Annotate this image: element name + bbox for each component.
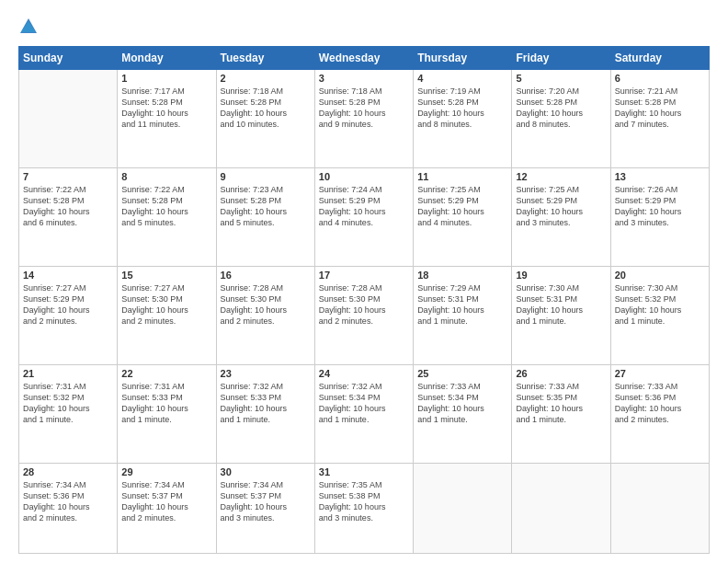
day-info: Sunrise: 7:21 AM Sunset: 5:28 PM Dayligh… [615, 86, 705, 131]
day-cell: 30Sunrise: 7:34 AM Sunset: 5:37 PM Dayli… [216, 464, 314, 554]
day-number: 3 [319, 73, 409, 84]
day-cell: 20Sunrise: 7:30 AM Sunset: 5:32 PM Dayli… [610, 267, 709, 365]
day-number: 17 [319, 270, 409, 281]
day-cell: 3Sunrise: 7:18 AM Sunset: 5:28 PM Daylig… [314, 70, 413, 168]
day-info: Sunrise: 7:32 AM Sunset: 5:33 PM Dayligh… [221, 381, 311, 426]
day-info: Sunrise: 7:28 AM Sunset: 5:30 PM Dayligh… [319, 282, 409, 327]
day-cell: 8Sunrise: 7:22 AM Sunset: 5:28 PM Daylig… [118, 168, 216, 267]
day-cell [414, 464, 512, 554]
day-cell: 23Sunrise: 7:32 AM Sunset: 5:33 PM Dayli… [216, 365, 314, 464]
day-cell: 10Sunrise: 7:24 AM Sunset: 5:29 PM Dayli… [314, 168, 413, 267]
header-row: SundayMondayTuesdayWednesdayThursdayFrid… [19, 47, 710, 70]
logo [18, 17, 41, 37]
week-row-4: 28Sunrise: 7:34 AM Sunset: 5:36 PM Dayli… [19, 464, 710, 554]
day-number: 8 [121, 171, 211, 182]
day-number: 18 [417, 270, 507, 281]
day-info: Sunrise: 7:31 AM Sunset: 5:33 PM Dayligh… [121, 381, 211, 426]
day-cell: 2Sunrise: 7:18 AM Sunset: 5:28 PM Daylig… [216, 70, 314, 168]
logo-icon [18, 17, 39, 37]
day-info: Sunrise: 7:24 AM Sunset: 5:29 PM Dayligh… [319, 184, 409, 229]
day-number: 22 [121, 368, 211, 379]
day-number: 10 [319, 171, 409, 182]
day-info: Sunrise: 7:30 AM Sunset: 5:32 PM Dayligh… [615, 282, 705, 327]
day-cell: 14Sunrise: 7:27 AM Sunset: 5:29 PM Dayli… [19, 267, 118, 365]
day-number: 6 [615, 73, 705, 84]
day-cell: 6Sunrise: 7:21 AM Sunset: 5:28 PM Daylig… [610, 70, 709, 168]
day-info: Sunrise: 7:35 AM Sunset: 5:38 PM Dayligh… [319, 479, 409, 524]
day-number: 27 [615, 368, 705, 379]
day-number: 2 [221, 73, 311, 84]
day-cell: 5Sunrise: 7:20 AM Sunset: 5:28 PM Daylig… [512, 70, 610, 168]
column-header-tuesday: Tuesday [216, 47, 314, 70]
day-info: Sunrise: 7:18 AM Sunset: 5:28 PM Dayligh… [319, 86, 409, 131]
svg-marker-1 [21, 21, 36, 32]
day-info: Sunrise: 7:23 AM Sunset: 5:28 PM Dayligh… [221, 184, 311, 229]
day-number: 5 [516, 73, 606, 84]
day-number: 28 [23, 466, 113, 477]
day-info: Sunrise: 7:18 AM Sunset: 5:28 PM Dayligh… [221, 86, 311, 131]
day-number: 14 [23, 270, 113, 281]
day-cell: 28Sunrise: 7:34 AM Sunset: 5:36 PM Dayli… [19, 464, 118, 554]
column-header-monday: Monday [118, 47, 216, 70]
day-info: Sunrise: 7:25 AM Sunset: 5:29 PM Dayligh… [516, 184, 606, 229]
day-cell [610, 464, 709, 554]
week-row-1: 7Sunrise: 7:22 AM Sunset: 5:28 PM Daylig… [19, 168, 710, 267]
calendar: SundayMondayTuesdayWednesdayThursdayFrid… [18, 46, 710, 554]
day-cell [19, 70, 118, 168]
day-info: Sunrise: 7:33 AM Sunset: 5:35 PM Dayligh… [516, 381, 606, 426]
day-info: Sunrise: 7:26 AM Sunset: 5:29 PM Dayligh… [615, 184, 705, 229]
day-number: 26 [516, 368, 606, 379]
day-info: Sunrise: 7:28 AM Sunset: 5:30 PM Dayligh… [221, 282, 311, 327]
day-number: 13 [615, 171, 705, 182]
day-info: Sunrise: 7:20 AM Sunset: 5:28 PM Dayligh… [516, 86, 606, 131]
day-info: Sunrise: 7:27 AM Sunset: 5:30 PM Dayligh… [121, 282, 211, 327]
day-info: Sunrise: 7:22 AM Sunset: 5:28 PM Dayligh… [23, 184, 113, 229]
week-row-0: 1Sunrise: 7:17 AM Sunset: 5:28 PM Daylig… [19, 70, 710, 168]
week-row-2: 14Sunrise: 7:27 AM Sunset: 5:29 PM Dayli… [19, 267, 710, 365]
column-header-friday: Friday [512, 47, 610, 70]
day-cell: 22Sunrise: 7:31 AM Sunset: 5:33 PM Dayli… [118, 365, 216, 464]
day-cell: 17Sunrise: 7:28 AM Sunset: 5:30 PM Dayli… [314, 267, 413, 365]
page: SundayMondayTuesdayWednesdayThursdayFrid… [0, 0, 728, 563]
day-number: 11 [417, 171, 507, 182]
day-cell: 18Sunrise: 7:29 AM Sunset: 5:31 PM Dayli… [414, 267, 512, 365]
week-row-3: 21Sunrise: 7:31 AM Sunset: 5:32 PM Dayli… [19, 365, 710, 464]
day-cell: 9Sunrise: 7:23 AM Sunset: 5:28 PM Daylig… [216, 168, 314, 267]
day-info: Sunrise: 7:25 AM Sunset: 5:29 PM Dayligh… [417, 184, 507, 229]
day-number: 30 [221, 466, 311, 477]
column-header-thursday: Thursday [414, 47, 512, 70]
day-info: Sunrise: 7:34 AM Sunset: 5:37 PM Dayligh… [221, 479, 311, 524]
day-number: 23 [221, 368, 311, 379]
day-cell: 27Sunrise: 7:33 AM Sunset: 5:36 PM Dayli… [610, 365, 709, 464]
day-info: Sunrise: 7:22 AM Sunset: 5:28 PM Dayligh… [121, 184, 211, 229]
day-number: 24 [319, 368, 409, 379]
day-cell: 7Sunrise: 7:22 AM Sunset: 5:28 PM Daylig… [19, 168, 118, 267]
day-cell: 4Sunrise: 7:19 AM Sunset: 5:28 PM Daylig… [414, 70, 512, 168]
day-cell: 1Sunrise: 7:17 AM Sunset: 5:28 PM Daylig… [118, 70, 216, 168]
day-cell: 31Sunrise: 7:35 AM Sunset: 5:38 PM Dayli… [314, 464, 413, 554]
column-header-sunday: Sunday [19, 47, 118, 70]
day-info: Sunrise: 7:17 AM Sunset: 5:28 PM Dayligh… [121, 86, 211, 131]
day-cell: 19Sunrise: 7:30 AM Sunset: 5:31 PM Dayli… [512, 267, 610, 365]
day-cell: 16Sunrise: 7:28 AM Sunset: 5:30 PM Dayli… [216, 267, 314, 365]
day-cell: 11Sunrise: 7:25 AM Sunset: 5:29 PM Dayli… [414, 168, 512, 267]
day-number: 1 [121, 73, 211, 84]
day-cell: 21Sunrise: 7:31 AM Sunset: 5:32 PM Dayli… [19, 365, 118, 464]
day-info: Sunrise: 7:32 AM Sunset: 5:34 PM Dayligh… [319, 381, 409, 426]
day-info: Sunrise: 7:31 AM Sunset: 5:32 PM Dayligh… [23, 381, 113, 426]
column-header-saturday: Saturday [610, 47, 709, 70]
day-cell: 15Sunrise: 7:27 AM Sunset: 5:30 PM Dayli… [118, 267, 216, 365]
day-info: Sunrise: 7:19 AM Sunset: 5:28 PM Dayligh… [417, 86, 507, 131]
column-header-wednesday: Wednesday [314, 47, 413, 70]
day-number: 29 [121, 466, 211, 477]
day-number: 12 [516, 171, 606, 182]
day-cell: 13Sunrise: 7:26 AM Sunset: 5:29 PM Dayli… [610, 168, 709, 267]
day-number: 25 [417, 368, 507, 379]
day-cell [512, 464, 610, 554]
day-number: 19 [516, 270, 606, 281]
day-info: Sunrise: 7:30 AM Sunset: 5:31 PM Dayligh… [516, 282, 606, 327]
day-number: 7 [23, 171, 113, 182]
day-info: Sunrise: 7:33 AM Sunset: 5:36 PM Dayligh… [615, 381, 705, 426]
day-number: 21 [23, 368, 113, 379]
day-number: 9 [221, 171, 311, 182]
